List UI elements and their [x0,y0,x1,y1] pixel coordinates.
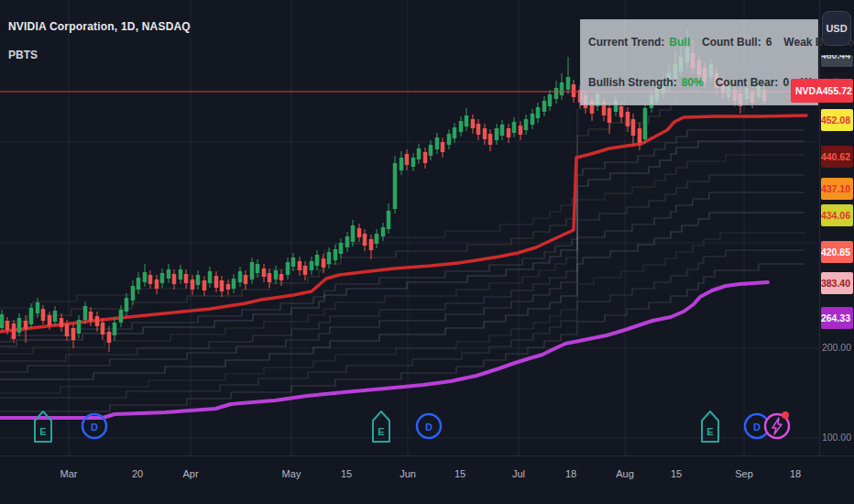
time-axis-tick: Jul [512,468,525,479]
candlestick [519,126,523,135]
candlestick [381,227,386,236]
time-axis-tick: May [282,468,301,479]
candlestick [572,84,576,97]
status-row-trend: Current Trend:Bull Count Bull:6 Weak Bul… [588,36,810,49]
candlestick [500,125,505,136]
candlestick [125,298,129,312]
candlestick [315,255,320,266]
candlestick [220,280,224,291]
candlestick [77,320,82,334]
candlestick [345,236,350,247]
bullish-strength-value: 80% [682,76,704,89]
candlestick [226,284,231,290]
candlestick [375,234,379,244]
count-bull-pair: Count Bull:6 [702,36,772,49]
indicator-name-pbts[interactable]: PBTS [8,49,191,61]
candlestick [351,225,356,242]
candlestick [512,122,517,133]
price-axis-tick: 200.00 [822,342,851,353]
symbol-ticker: NVDA [795,85,823,96]
current-trend-value: Bull [669,36,690,49]
count-bull-label: Count Bull: [702,36,761,49]
candlestick [29,308,34,324]
candlestick [113,323,117,335]
candlestick [274,270,279,279]
candlestick [65,324,70,336]
marker-bolt[interactable] [765,411,789,438]
candlestick [143,272,148,282]
candlestick [387,211,391,229]
svg-text:D: D [425,422,432,433]
indicator-price-label: 452.08 [821,109,853,131]
candlestick [262,268,267,277]
candlestick [172,274,177,284]
candlestick [548,94,553,106]
candlestick [608,108,612,123]
candlestick [208,271,213,283]
candlestick [160,273,165,283]
candlestick [191,279,195,290]
tradingview-chart-window: EDEDED NVIDIA Corporation, 1D, NASDAQ PB… [0,0,854,504]
candlestick [107,332,112,343]
svg-text:D: D [753,422,761,433]
candlestick [465,115,469,126]
candlestick [291,257,296,267]
candlestick [60,318,64,327]
candlestick [441,142,445,152]
candlestick [95,316,100,326]
candlestick [566,77,571,90]
candlestick [167,269,171,279]
time-axis[interactable]: Mar20AprMay15Jun15Jul18Aug15Sep18 [0,455,854,504]
indicator-price-label: 437.10 [821,178,853,200]
indicator-price-label: 383.40 [821,272,853,294]
price-scale[interactable]: 460.44NVDA455.72452.08440.62437.10434.06… [819,0,854,455]
marker-dividend[interactable]: D [417,414,441,438]
candlestick [560,82,564,95]
time-axis-tick: Jun [400,468,416,479]
candlestick [279,274,284,280]
time-axis-tick: 20 [132,468,143,479]
candlestick [531,114,535,125]
indicator-status-panel: Current Trend:Bull Count Bull:6 Weak Bul… [580,19,818,105]
candlestick [542,101,547,112]
time-axis-tick: 18 [565,468,576,479]
current-trend-pair: Current Trend:Bull [588,36,690,49]
count-bull-value: 6 [766,36,772,49]
marker-earnings[interactable]: E [35,411,51,442]
candlestick [453,127,457,138]
chart-legend: NVIDIA Corporation, 1D, NASDAQ PBTS [8,20,191,61]
candlestick [310,261,314,270]
candlestick [184,274,189,283]
candlestick [36,302,40,313]
time-axis-tick: 15 [671,468,682,479]
candlestick [327,252,332,264]
candlestick [0,314,4,328]
candlestick [17,318,22,333]
ma-ribbon-line [0,91,805,322]
candlestick [203,280,207,290]
marker-earnings[interactable]: E [373,411,389,442]
symbol-title[interactable]: NVIDIA Corporation, 1D, NASDAQ [8,20,191,33]
current-trend-label: Current Trend: [588,36,664,49]
marker-earnings[interactable]: E [702,411,718,442]
candlestick [214,276,219,288]
candlestick [53,311,58,322]
candlestick [238,271,243,282]
candlestick [334,249,338,260]
candlestick [405,154,410,165]
candlestick [298,261,302,270]
candlestick [471,119,476,128]
svg-text:D: D [91,422,98,433]
candlestick [303,266,308,275]
candlestick [626,112,630,126]
candlestick [638,128,642,143]
candlestick [179,269,183,279]
candlestick [148,275,153,284]
candlestick [83,306,88,320]
count-bear-label: Count Bear: [716,76,779,89]
count-bear-pair: Count Bear:0 [716,76,789,89]
candlestick [41,309,46,321]
currency-toggle-button[interactable]: USD [822,11,851,46]
symbol-price-label: NVDA455.72 [791,79,853,103]
candlestick [24,321,28,329]
